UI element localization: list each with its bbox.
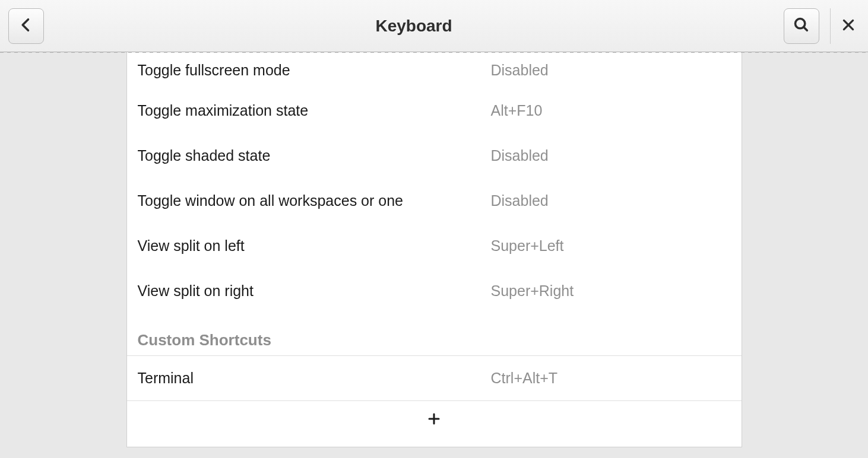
shortcut-value: Super+Left xyxy=(491,237,564,255)
back-button[interactable] xyxy=(8,8,44,44)
shortcut-value: Ctrl+Alt+T xyxy=(491,370,558,387)
shortcut-value: Disabled xyxy=(491,62,549,79)
shortcut-row[interactable]: Toggle fullscreen mode Disabled xyxy=(127,52,742,88)
headerbar-right xyxy=(784,8,860,44)
shortcut-label: View split on right xyxy=(138,282,491,300)
shortcut-row[interactable]: View split on left Super+Left xyxy=(127,223,742,268)
shortcut-value: Disabled xyxy=(491,192,549,209)
shortcut-row[interactable]: Toggle shaded state Disabled xyxy=(127,133,742,178)
search-button[interactable] xyxy=(784,8,819,44)
shortcut-row[interactable]: Toggle maximization state Alt+F10 xyxy=(127,88,742,133)
page-title: Keyboard xyxy=(44,17,784,36)
close-icon xyxy=(841,17,856,35)
shortcuts-panel: Toggle fullscreen mode Disabled Toggle m… xyxy=(126,52,742,447)
plus-icon xyxy=(427,412,441,428)
shortcut-row[interactable]: Toggle window on all workspaces or one D… xyxy=(127,178,742,223)
shortcut-value: Disabled xyxy=(491,147,549,164)
shortcut-label: Toggle shaded state xyxy=(138,147,491,164)
shortcut-label: View split on left xyxy=(138,237,491,255)
shortcut-value: Alt+F10 xyxy=(491,102,543,119)
headerbar: Keyboard xyxy=(0,0,868,52)
svg-line-1 xyxy=(804,27,807,30)
custom-shortcuts-header: Custom Shortcuts xyxy=(127,313,742,356)
shortcut-label: Toggle maximization state xyxy=(138,102,491,119)
shortcut-label: Toggle window on all workspaces or one xyxy=(138,192,491,209)
headerbar-left xyxy=(8,8,44,44)
search-icon xyxy=(793,17,810,36)
close-button[interactable] xyxy=(830,8,860,44)
shortcut-label: Toggle fullscreen mode xyxy=(138,62,491,79)
shortcut-row[interactable]: View split on right Super+Right xyxy=(127,268,742,313)
back-icon xyxy=(18,17,34,36)
shortcut-label: Terminal xyxy=(138,370,491,387)
shortcut-value: Super+Right xyxy=(491,282,574,300)
add-shortcut-button[interactable] xyxy=(127,401,742,439)
custom-shortcut-row[interactable]: Terminal Ctrl+Alt+T xyxy=(127,356,742,401)
content-area: Toggle fullscreen mode Disabled Toggle m… xyxy=(0,52,868,458)
